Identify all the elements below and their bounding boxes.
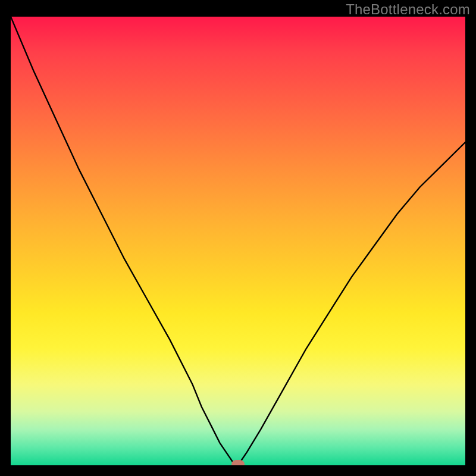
optimal-point-marker bbox=[231, 460, 245, 465]
watermark-text: TheBottleneck.com bbox=[346, 1, 470, 18]
plot-area bbox=[11, 17, 465, 465]
bottleneck-curve bbox=[11, 17, 465, 465]
chart-frame: TheBottleneck.com bbox=[0, 0, 476, 476]
